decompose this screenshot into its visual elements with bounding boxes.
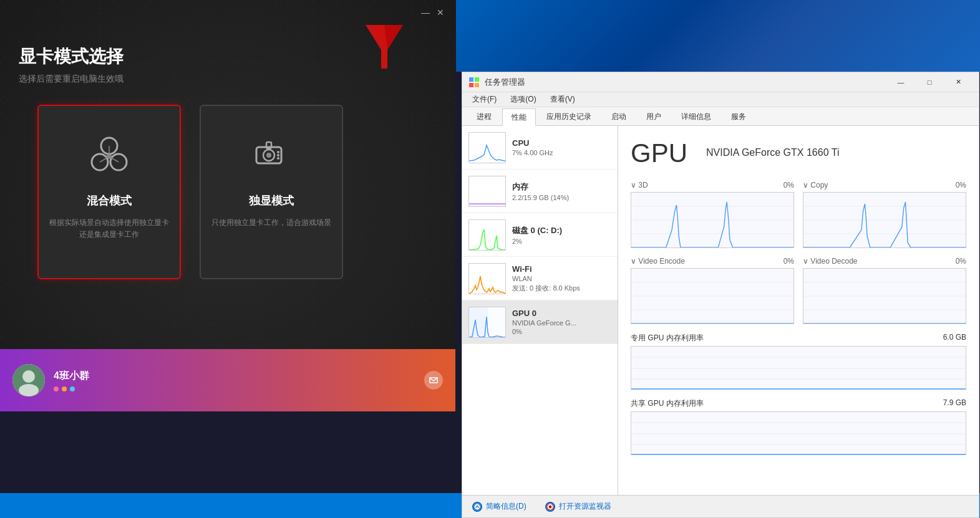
gpu-mini-graph (469, 307, 506, 338)
chat-dots (54, 386, 89, 391)
disk-mini-graph (469, 220, 506, 251)
chat-bar[interactable]: 4班小群 (0, 349, 455, 411)
mixed-mode-name: 混合模式 (87, 193, 132, 208)
svg-rect-27 (488, 307, 506, 338)
sidebar-item-wifi[interactable]: Wi-Fi WLAN 发送: 0 接收: 8.0 Kbps (462, 257, 618, 300)
gpu-label: GPU 0 (512, 309, 611, 318)
task-manager-window: 任务管理器 — □ ✕ 文件(F) 选项(O) 查看(V) 进程 性能 应用历史… (462, 72, 979, 518)
wifi-graph (468, 263, 506, 294)
ram-info: 内存 2.2/15.9 GB (14%) (512, 181, 611, 201)
resource-icon (546, 502, 554, 512)
chart-copy: ∨ Copy 0% (803, 181, 966, 248)
tm-close-button[interactable]: ✕ (944, 72, 973, 92)
chart-video-decode: ∨ Video Decode 0% (803, 257, 966, 324)
chart-copy-svg (803, 193, 966, 248)
tab-app-history[interactable]: 应用历史记录 (537, 108, 601, 125)
svg-point-50 (474, 503, 481, 510)
dedicated-memory-label: 专用 GPU 内存利用率 6.0 GB (631, 333, 966, 343)
wifi-mini-graph (469, 264, 506, 294)
chart-decode-svg (803, 269, 966, 324)
sidebar-item-cpu[interactable]: CPU 7% 4.00 GHz (462, 126, 618, 170)
footer-btn-resource-monitor[interactable]: 打开资源监视器 (545, 501, 611, 512)
sidebar-item-ram[interactable]: 内存 2.2/15.9 GB (14%) (462, 170, 618, 213)
tm-maximize-button[interactable]: □ (915, 72, 944, 92)
dot-2 (62, 386, 67, 391)
sidebar-item-disk[interactable]: 磁盘 0 (C: D:) 2% (462, 213, 618, 257)
chart-encode-box (631, 268, 794, 324)
tm-footer: 简略信息(D) 打开资源监视器 (462, 495, 979, 517)
svg-point-13 (277, 151, 279, 153)
tm-minimize-button[interactable]: — (886, 72, 915, 92)
tm-content: GPU NVIDIA GeForce GTX 1660 Ti ∨ 3D 0% (618, 126, 979, 495)
cpu-detail: 7% 4.00 GHz (512, 149, 611, 156)
cpu-info: CPU 7% 4.00 GHz (512, 138, 611, 156)
shared-memory-title: 共享 GPU 内存利用率 (631, 398, 704, 409)
avatar (12, 364, 45, 396)
svg-point-15 (277, 157, 279, 160)
disk-info: 磁盘 0 (C: D:) 2% (512, 225, 611, 245)
page-subtitle: 选择后需要重启电脑生效哦 (19, 74, 124, 85)
gpu-detail-line2: 0% (512, 328, 611, 335)
tab-performance[interactable]: 性能 (502, 108, 536, 126)
menu-view[interactable]: 查看(V) (545, 93, 580, 106)
summary-chevron-icon (473, 502, 481, 512)
svg-point-14 (277, 154, 279, 156)
wifi-detail-line2: 发送: 0 接收: 8.0 Kbps (512, 284, 611, 293)
cpu-label: CPU (512, 138, 611, 148)
dedicated-memory-svg (631, 347, 966, 390)
tm-menubar: 文件(F) 选项(O) 查看(V) (462, 92, 979, 107)
disk-detail: 2% (512, 237, 611, 245)
tab-startup[interactable]: 启动 (602, 108, 636, 125)
minimize-button[interactable]: — (419, 6, 432, 19)
tab-details[interactable]: 详细信息 (672, 108, 720, 125)
titlebar-buttons: — ✕ (410, 0, 455, 25)
menu-options[interactable]: 选项(O) (505, 93, 541, 106)
close-button[interactable]: ✕ (434, 6, 447, 19)
discrete-mode-icon (246, 131, 296, 181)
mixed-mode-card[interactable]: 混合模式 根据实际场景自动选择使用独立显卡还是集成显卡工作 (37, 105, 181, 279)
gpu-detail-line1: NVIDIA GeForce G... (512, 319, 611, 327)
chart-3d-value: 0% (784, 181, 794, 189)
dedicated-memory-value: 6.0 GB (943, 333, 966, 343)
chart-3d-title: ∨ 3D (631, 181, 648, 189)
tm-sidebar: CPU 7% 4.00 GHz 内存 2.2/15.9 GB (14%) (462, 126, 618, 495)
discrete-icon-svg (249, 133, 294, 178)
svg-point-18 (19, 384, 39, 396)
gpu-header: GPU NVIDIA GeForce GTX 1660 Ti (631, 138, 966, 168)
dedicated-memory-title: 专用 GPU 内存利用率 (631, 333, 704, 343)
discrete-mode-card[interactable]: 独显模式 只使用独立显卡工作，适合游戏场景 (200, 105, 343, 279)
tm-tabs: 进程 性能 应用历史记录 启动 用户 详细信息 服务 (462, 107, 979, 126)
tm-titlebar: 任务管理器 — □ ✕ (462, 72, 979, 92)
chart-encode-label: ∨ Video Encode 0% (631, 257, 794, 266)
avatar-image (12, 364, 45, 396)
chart-copy-label: ∨ Copy 0% (803, 181, 966, 189)
tab-users[interactable]: 用户 (637, 108, 671, 125)
gpu-section-title: GPU (631, 138, 687, 168)
tab-processes[interactable]: 进程 (467, 108, 501, 125)
footer-btn-summary[interactable]: 简略信息(D) (472, 501, 526, 512)
wifi-label: Wi-Fi (512, 264, 611, 274)
menu-file[interactable]: 文件(F) (467, 93, 502, 106)
logo-area (359, 19, 409, 77)
tab-services[interactable]: 服务 (722, 108, 755, 125)
chart-video-encode: ∨ Video Encode 0% (631, 257, 794, 324)
chart-decode-label: ∨ Video Decode 0% (803, 257, 966, 266)
mode-cards-container: 混合模式 根据实际场景自动选择使用独立显卡还是集成显卡工作 (37, 105, 343, 279)
chat-action-button[interactable] (424, 371, 443, 390)
tm-title-text: 任务管理器 (485, 77, 886, 88)
summary-icon (472, 502, 482, 512)
shared-memory-value: 7.9 GB (943, 398, 966, 409)
sidebar-item-gpu[interactable]: GPU 0 NVIDIA GeForce G... 0% (462, 300, 618, 344)
chart-decode-value: 0% (956, 257, 966, 266)
gpu-charts-grid: ∨ 3D 0% (631, 181, 966, 324)
gpu-mode-window: — ✕ 显卡模式选择 选择后需要重启电脑生效哦 (0, 0, 455, 411)
svg-rect-22 (475, 83, 479, 87)
chart-encode-value: 0% (784, 257, 794, 266)
page-title: 显卡模式选择 (19, 45, 124, 69)
chat-group-name: 4班小群 (54, 370, 89, 383)
svg-point-52 (548, 505, 551, 508)
chart-copy-box (803, 192, 966, 248)
tm-window-buttons: — □ ✕ (886, 72, 973, 92)
svg-point-17 (22, 370, 35, 383)
shared-memory-svg (631, 412, 966, 456)
